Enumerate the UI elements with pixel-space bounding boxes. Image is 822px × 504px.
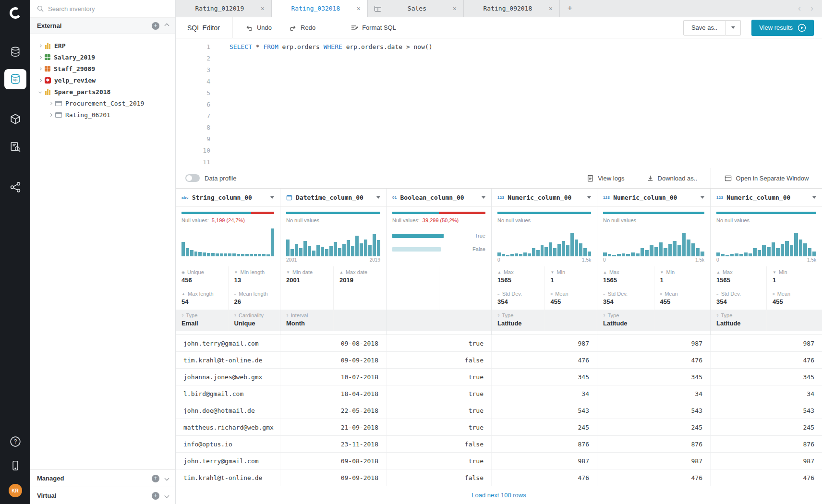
new-tab-button[interactable]: + [560,0,580,17]
download-as-button[interactable]: Download as.. [647,175,697,182]
column-name: Datetime_column_00 [296,194,373,201]
column-header[interactable]: 123Numeric_column_00 [492,189,597,207]
stat-icon: ≡ [603,292,605,296]
save-as-button[interactable]: Save as.. [683,20,725,36]
table-cell: 21-09-2018 [280,419,387,435]
expand-virtual-icon[interactable] [165,493,169,498]
column-name: Numeric_column_00 [508,194,584,201]
histogram [603,228,704,256]
share-nav-icon[interactable] [10,181,21,193]
chevron-right-icon[interactable] [38,44,42,47]
chevron-right-icon[interactable] [38,67,42,70]
column-header[interactable]: 123Numeric_column_00 [597,189,710,207]
app-logo[interactable] [8,6,23,20]
table-cell: 543 [597,402,711,419]
tab[interactable]: Rating_092018× [464,0,560,17]
code-editor[interactable]: 1234567891011 SELECT * FROM erp.orders W… [176,38,822,168]
table-row[interactable]: john.terry@gmail.com09-08-2018true987987… [176,335,822,352]
catalog-nav-icon[interactable] [10,141,21,153]
tab[interactable]: Rating_032018× [272,0,368,17]
table-row[interactable]: john.terry@gmail.com09-08-2018true987987… [176,453,822,469]
section-managed[interactable]: Managed + [30,469,175,487]
table-row[interactable]: tim.krahl@t-online.de09-09-2018false4764… [176,469,822,486]
tree-item[interactable]: Staff_29089 [30,63,175,74]
table-cell: true [387,419,492,435]
table-row[interactable]: tim.krahl@t-online.de09-09-2018false4764… [176,352,822,369]
stat-icon: ▼ [660,270,664,275]
column-header[interactable]: 01Boolean_column_00 [387,189,491,207]
add-external-icon[interactable]: + [152,22,159,30]
column-menu-icon[interactable] [376,196,380,199]
tabs-next-icon[interactable]: › [810,3,813,13]
table-row[interactable]: l.bird@gmail.com18-04-2018true343434 [176,385,822,402]
sidebar-bottom-sections: Managed + Virtual + [30,469,175,504]
table-row[interactable]: johanna.jones@web.gmx10-07-2018true34534… [176,369,822,385]
view-results-button[interactable]: View results [751,20,814,36]
section-external-label: External [37,22,146,29]
save-as-caret-button[interactable] [725,20,741,36]
tab[interactable]: Rating_012019× [176,0,272,17]
expand-managed-icon[interactable] [165,476,169,481]
stat-cell: ?TypeLatitude [492,310,544,331]
section-virtual[interactable]: Virtual + [30,487,175,504]
format-sql-button[interactable]: Format SQL [351,24,396,32]
stat-cell: =Mean455 [654,288,711,310]
svg-text:SQL: SQL [12,78,18,82]
tab-close-icon[interactable]: × [549,5,553,12]
column-menu-icon[interactable] [812,196,816,199]
view-logs-button[interactable]: View logs [587,175,624,182]
package-nav-icon[interactable] [10,113,21,125]
mobile-icon[interactable] [10,460,21,471]
code-area[interactable]: SELECT * FROM erp.orders WHERE erp.order… [218,41,822,168]
tabs-prev-icon[interactable]: ‹ [798,3,801,13]
tree-item-label: Spare_parts2018 [54,88,110,96]
column-menu-icon[interactable] [270,196,274,199]
stat-cell [387,288,439,310]
tab-close-icon[interactable]: × [261,5,265,12]
chevron-right-icon[interactable] [38,55,42,59]
data-profile-toggle[interactable] [185,174,200,182]
collapse-external-icon[interactable] [165,24,169,28]
section-external[interactable]: External + [30,18,175,34]
tree-item[interactable]: ✱yelp_review [30,74,175,86]
tree-item[interactable]: Spare_parts2018 [30,86,175,97]
stat-icon: ? [716,313,718,318]
stat-value: 26 [234,298,278,305]
sql-editor-nav-active[interactable]: SQL [4,69,26,89]
undo-button[interactable]: Undo [245,24,272,32]
table-cell: false [387,352,492,368]
stat-value: Month [286,320,331,327]
load-more-link[interactable]: Load next 100 rows [471,492,526,499]
column-menu-icon[interactable] [701,196,704,199]
code-line [230,110,822,122]
table-row[interactable]: mattheus.richard@web.gmx21-09-2018true24… [176,419,822,436]
tab-close-icon[interactable]: × [357,5,361,12]
table-row[interactable]: john.doe@hotmail.de22-05-2018true5435435… [176,402,822,419]
stat-value: 455 [551,298,595,305]
add-virtual-icon[interactable]: + [152,492,159,500]
table-row[interactable]: info@optus.io23-11-2018false876876876 [176,436,822,453]
chevron-right-icon[interactable] [49,113,52,116]
database-nav-icon[interactable] [10,46,21,58]
add-managed-icon[interactable]: + [152,475,159,482]
search-input[interactable] [48,5,169,12]
chevron-right-icon[interactable] [49,101,52,105]
column-menu-icon[interactable] [587,196,591,199]
column-menu-icon[interactable] [482,196,485,199]
tree-item[interactable]: ERP [30,40,175,51]
code-line [230,87,822,99]
chevron-down-icon[interactable] [38,90,42,93]
open-separate-window-button[interactable]: Open in Separate Window [711,168,822,189]
chevron-right-icon[interactable] [38,78,42,82]
tab[interactable]: Sales× [368,0,464,17]
tree-item[interactable]: Rating_06201 [30,109,175,120]
user-avatar[interactable]: KR [9,484,22,497]
column-header[interactable]: abcString_column_00 [176,189,280,207]
column-header[interactable]: Datetime_column_00 [280,189,386,207]
tree-item[interactable]: Salary_2019 [30,51,175,63]
column-header[interactable]: 123Numeric_column_00 [711,189,822,207]
tab-close-icon[interactable]: × [453,5,457,12]
redo-button[interactable]: Redo [289,24,315,32]
help-icon[interactable]: ? [10,436,21,447]
tree-item[interactable]: Procurement_Cost_2019 [30,97,175,109]
